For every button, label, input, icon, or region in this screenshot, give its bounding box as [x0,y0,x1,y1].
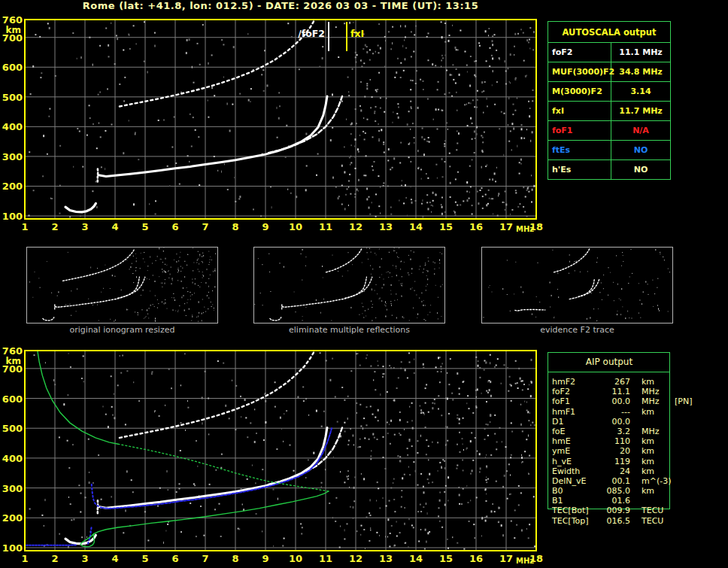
table-row: ftEs NO [548,140,670,159]
thumbnail-original-ionogram [26,247,218,323]
thumb-traces [43,248,145,320]
x-tick-label: 6 [171,553,178,564]
top-ionogram-plot: /foF2fxI123456789101112131415161718MHz76… [0,13,549,235]
x-tick-label: 2 [51,553,58,564]
param-unit: MHz [642,427,673,436]
x-tick-label: 5 [141,221,148,232]
param-label: foF2 [552,387,600,396]
x-tick-label: 10 [289,221,302,232]
frequency-markers: /foF2fxI [298,22,364,51]
param-label: hmF1 [552,407,600,417]
x-tick-label: 15 [439,553,453,564]
param-value: 085.0 [600,486,630,496]
y-tick-label: 100 [2,542,23,554]
thumbnail-caption: eliminate multiple reflections [253,325,445,336]
param-unit: km [642,407,673,417]
param-value: 00.0 [600,396,630,406]
param-unit: TECU [642,506,673,515]
series-second_hop [63,248,135,281]
series-E_trace [43,317,54,320]
axis-labels: 123456789101112131415161718MHz7607006005… [2,14,543,233]
x-tick-label: 9 [262,221,268,232]
traces [26,351,342,547]
autoscala-window: { "title": "Rome (lat: +41.8, lon: 012.5… [0,0,728,568]
param-value: 11.1 [600,387,630,396]
x-tick-label: 15 [439,221,453,232]
y-tick-label: 200 [2,512,23,524]
y-tick-label: 400 [2,453,23,464]
param-label: h_vE [552,457,600,466]
param-label: ymE [552,446,600,456]
x-tick-label: 3 [81,553,88,564]
x-tick-label: 7 [202,221,208,232]
x-tick-label: 13 [379,221,393,232]
x-tick-label: 2 [51,221,58,232]
series-second_hop [120,351,314,438]
param-unit [642,417,673,427]
param-value: 016.5 [600,516,630,526]
table-row: B1 01.6 [552,496,725,506]
param-value: 3.2 [600,427,630,436]
fxI-marker-label: fxI [350,28,364,39]
table-row: foE 3.2 MHz [552,427,725,436]
param-value: NO [611,160,670,179]
aip-table-header: AIP output [548,357,671,367]
param-value: 20 [600,446,630,456]
table-row: TEC[Bot] 009.9 TECU [552,506,725,515]
thumbnail-caption: original ionogram resized [26,325,218,336]
series-F_O [99,96,327,176]
x-tick-label: 4 [111,553,118,564]
param-unit: MHz [642,396,673,406]
grid [25,351,536,551]
param-value: 00.0 [600,417,630,427]
x-tick-label: 1 [21,553,28,564]
param-label: ftEs [548,141,611,159]
series-F_O [282,277,366,307]
param-label: Ewidth [552,466,600,476]
plot-border [25,20,536,219]
param-value: 24 [600,466,630,476]
x-tick-label: 6 [171,221,178,232]
table-row: ymE 20 km [552,446,725,456]
series-F_O [55,277,139,307]
param-label: hmE [552,436,600,446]
table-row: hmE 110 km [552,436,725,446]
param-label: B0 [552,486,600,496]
table-row: B0 085.0 km [552,486,725,496]
param-unit: MHz [642,387,673,396]
traces [65,20,342,212]
x-tick-label: 4 [111,221,118,232]
bottom-ionogram-profile-plot: 123456789101112131415161718MHz7607006005… [0,345,549,568]
x-axis-unit: MHz [516,225,534,233]
x-tick-label: 16 [469,221,483,232]
axis-labels: 123456789101112131415161718MHz7607006005… [2,345,543,565]
series-F_O [99,427,327,508]
x-tick-label: 13 [379,553,393,564]
param-label: fxI [548,102,611,120]
series-F_X [268,427,342,484]
x-tick-label: 8 [232,221,238,232]
y-tick-label: 760 [2,14,23,26]
series-profile_mid [118,444,329,491]
param-label: TEC[Top] [552,516,600,526]
series-profile_topside [38,351,118,444]
x-tick-label: 1 [21,221,28,232]
param-label: foF1 [552,396,600,406]
param-value: 3.14 [611,82,670,101]
param-unit: km [642,446,673,456]
table-row: foF1 N/A [548,120,670,140]
autoscala-output-table: AUTOSCALA output foF2 11.1 MHz MUF(3000)… [548,21,671,180]
y-tick-label: 300 [2,483,23,494]
table-row: h_vE 119 km [552,457,725,466]
param-value: 11.7 MHz [611,102,670,120]
table-row: TEC[Top] 016.5 TECU [552,516,725,526]
series-F_X [345,277,372,298]
noise [29,21,535,217]
series-restored_F [102,428,332,509]
plot-border [25,351,536,551]
aip-output-table: hmF2 267 km foF2 11.1 MHz foF1 00.0 MHz … [552,377,725,526]
thumb-noise [29,248,216,322]
param-value: N/A [611,121,670,140]
aip-header-divider [548,372,669,372]
series-F_X_tail [578,279,599,297]
